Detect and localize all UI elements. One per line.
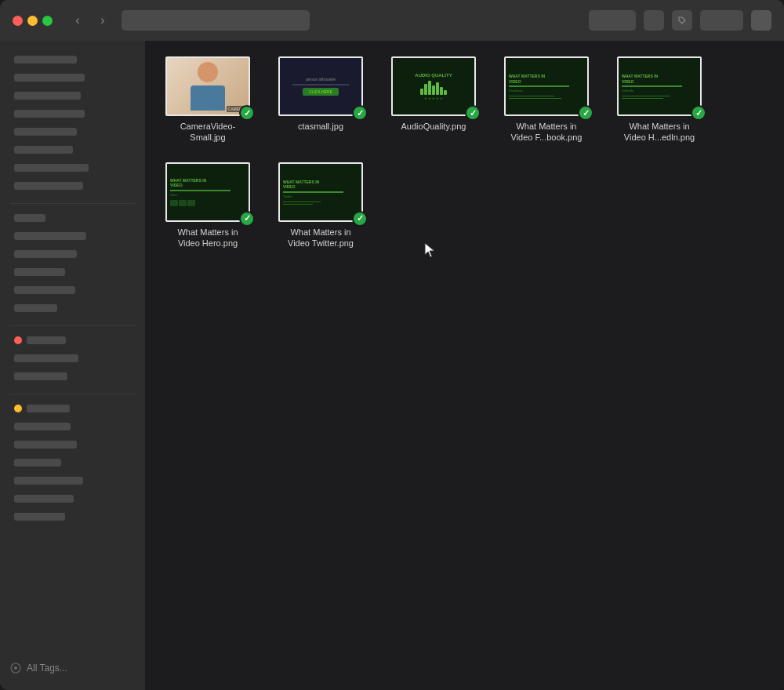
sidebar-item-label (27, 405, 70, 412)
check-badge: ✓ (352, 105, 368, 121)
thumb-content: WHAT MATTERS INVIDEO Hero (167, 164, 249, 220)
traffic-lights (13, 16, 53, 26)
file-thumbnail-wrapper: WHAT MATTERS INVIDEO Hero (165, 162, 250, 222)
file-thumbnail: person silhouette CLICK HERE (278, 56, 363, 116)
sidebar-item-label (14, 182, 83, 190)
sidebar-item-label (14, 56, 77, 64)
sidebar-item-red-2[interactable] (5, 350, 140, 367)
file-item[interactable]: CAMERA ✓ CameraVideo-Small.jpg (161, 56, 255, 143)
file-thumbnail: AUDIO QUALITY (391, 56, 476, 116)
sidebar-item-y-6[interactable] (5, 490, 140, 507)
file-item[interactable]: WHAT MATTERS INVIDEO Facebook ✓ What Mat… (499, 56, 593, 143)
sidebar-item-y-7[interactable] (5, 508, 140, 525)
file-name: CameraVideo-Small.jpg (180, 121, 236, 143)
sidebar-item-label (14, 110, 85, 118)
thumb-content: person silhouette CLICK HERE (280, 58, 361, 114)
file-name: What Matters inVideo Twitter.png (288, 227, 354, 249)
sidebar-item-y-5[interactable] (5, 472, 140, 489)
address-bar[interactable] (122, 10, 310, 31)
yellow-dot-icon (14, 405, 22, 412)
sidebar-item-red-3[interactable] (5, 368, 140, 385)
file-name: What Matters inVideo H...edln.png (624, 121, 695, 143)
file-item[interactable]: AUDIO QUALITY (387, 56, 481, 143)
sidebar-divider-3 (9, 394, 136, 394)
sidebar-section-1 (0, 50, 145, 195)
view-button[interactable] (589, 10, 636, 31)
app-window: ‹ › (0, 0, 784, 690)
sidebar-item-label (14, 268, 65, 276)
thumb-content: CAMERA (167, 58, 249, 114)
sidebar-item-4[interactable] (5, 105, 140, 122)
tag-button[interactable] (672, 10, 692, 31)
sidebar-item-8[interactable] (5, 177, 140, 194)
sidebar-item-5[interactable] (5, 123, 140, 140)
sidebar-divider-2 (9, 325, 136, 326)
sidebar-item-13[interactable] (5, 281, 140, 299)
sidebar-item-label (14, 354, 78, 362)
tags-icon (9, 662, 22, 674)
sidebar: All Tags... (0, 41, 145, 690)
sidebar-item-3[interactable] (5, 87, 140, 104)
sidebar-item-9[interactable] (5, 209, 140, 227)
sidebar-item-11[interactable] (5, 245, 140, 263)
sidebar-item-red-1[interactable] (5, 332, 140, 349)
sidebar-item-7[interactable] (5, 159, 140, 176)
file-thumbnail-wrapper: WHAT MATTERS INVIDEO Twitter ✓ (278, 162, 363, 222)
file-thumbnail: CAMERA (165, 56, 250, 116)
sidebar-item-yellow-2[interactable] (5, 418, 140, 435)
file-item[interactable]: person silhouette CLICK HERE ✓ ctasmall.… (274, 56, 368, 143)
sidebar-section-3 (0, 331, 145, 386)
check-badge: ✓ (352, 211, 368, 227)
sidebar-item-y-4[interactable] (5, 454, 140, 471)
action-button[interactable] (700, 10, 743, 31)
sidebar-item-yellow-1[interactable] (5, 400, 140, 417)
close-button[interactable] (13, 16, 23, 26)
file-thumbnail-wrapper: WHAT MATTERS INVIDEO Facebook ✓ (504, 56, 589, 116)
title-bar: ‹ › (0, 0, 784, 41)
all-tags-footer[interactable]: All Tags... (0, 656, 145, 681)
sidebar-item-label (14, 495, 74, 503)
thumb-content: AUDIO QUALITY (393, 58, 474, 114)
svg-point-1 (14, 666, 17, 670)
file-thumbnail-wrapper: person silhouette CLICK HERE ✓ (278, 56, 363, 116)
sidebar-item-label (14, 128, 77, 136)
forward-button[interactable]: › (92, 12, 114, 29)
sidebar-item-label (14, 477, 83, 485)
file-name: AudioQuality.png (401, 121, 466, 132)
sidebar-item-label (14, 92, 81, 100)
minimize-button[interactable] (27, 16, 38, 26)
file-thumbnail-wrapper: AUDIO QUALITY (391, 56, 476, 116)
sidebar-item-2[interactable] (5, 69, 140, 86)
sidebar-item-label (14, 441, 77, 448)
file-item[interactable]: WHAT MATTERS INVIDEO Hero (161, 162, 255, 249)
check-badge: ✓ (578, 105, 593, 121)
check-badge: ✓ (239, 105, 255, 121)
sidebar-divider-1 (9, 203, 136, 204)
all-tags-label: All Tags... (27, 663, 67, 674)
sidebar-item-12[interactable] (5, 263, 140, 281)
more-button[interactable] (751, 10, 771, 31)
sidebar-section-4 (0, 399, 145, 526)
file-item[interactable]: WHAT MATTERS INVIDEO LinkedIn ✓ What Mat… (612, 56, 706, 143)
check-badge: ✓ (465, 105, 481, 121)
maximize-button[interactable] (42, 16, 53, 26)
sidebar-item-label (14, 164, 89, 172)
sidebar-item-label (14, 459, 61, 467)
sidebar-item-10[interactable] (5, 227, 140, 245)
main-layout: All Tags... CAMERA (0, 41, 784, 690)
sidebar-item-label (14, 74, 85, 82)
file-thumbnail: WHAT MATTERS INVIDEO Twitter (278, 162, 363, 222)
sidebar-section-2 (0, 209, 145, 318)
file-name: ctasmall.jpg (298, 121, 343, 132)
thumb-content: WHAT MATTERS INVIDEO Twitter (280, 164, 361, 220)
sidebar-item-label (14, 286, 75, 294)
sidebar-item-1[interactable] (5, 51, 140, 68)
thumb-content: WHAT MATTERS INVIDEO Facebook (506, 58, 587, 114)
back-button[interactable]: ‹ (67, 12, 89, 29)
sidebar-item-6[interactable] (5, 141, 140, 158)
grid-view-button[interactable] (644, 10, 664, 31)
nav-buttons: ‹ › (67, 12, 114, 29)
sidebar-item-y-3[interactable] (5, 436, 140, 453)
file-item[interactable]: WHAT MATTERS INVIDEO Twitter ✓ What Matt… (274, 162, 368, 249)
sidebar-item-14[interactable] (5, 300, 140, 317)
